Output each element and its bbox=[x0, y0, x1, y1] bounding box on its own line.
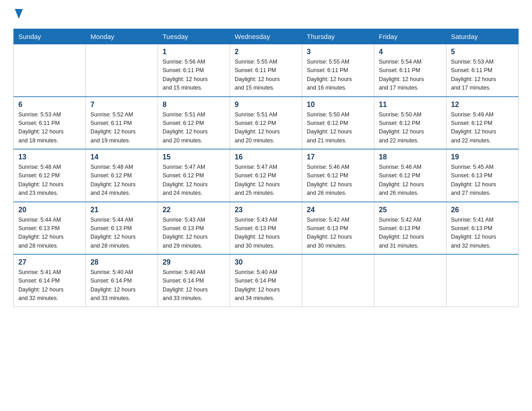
calendar-cell: 21Sunrise: 5:44 AM Sunset: 6:13 PM Dayli… bbox=[86, 202, 158, 255]
day-number: 7 bbox=[90, 101, 153, 109]
calendar-cell: 9Sunrise: 5:51 AM Sunset: 6:12 PM Daylig… bbox=[230, 97, 302, 150]
day-number: 27 bbox=[18, 258, 81, 266]
calendar-week-row: 13Sunrise: 5:48 AM Sunset: 6:12 PM Dayli… bbox=[14, 149, 519, 202]
day-info: Sunrise: 5:53 AM Sunset: 6:11 PM Dayligh… bbox=[451, 58, 514, 93]
day-info: Sunrise: 5:41 AM Sunset: 6:13 PM Dayligh… bbox=[451, 216, 514, 251]
logo-triangle-icon bbox=[15, 9, 23, 19]
calendar-cell: 17Sunrise: 5:46 AM Sunset: 6:12 PM Dayli… bbox=[302, 149, 374, 202]
calendar-table: SundayMondayTuesdayWednesdayThursdayFrid… bbox=[13, 29, 519, 307]
day-info: Sunrise: 5:54 AM Sunset: 6:11 PM Dayligh… bbox=[379, 58, 442, 93]
page-header bbox=[13, 9, 519, 20]
day-number: 21 bbox=[90, 206, 153, 214]
day-info: Sunrise: 5:42 AM Sunset: 6:13 PM Dayligh… bbox=[379, 216, 442, 251]
day-info: Sunrise: 5:50 AM Sunset: 6:12 PM Dayligh… bbox=[307, 111, 369, 146]
day-info: Sunrise: 5:41 AM Sunset: 6:14 PM Dayligh… bbox=[18, 268, 81, 303]
day-info: Sunrise: 5:55 AM Sunset: 6:11 PM Dayligh… bbox=[235, 58, 297, 93]
calendar-week-row: 6Sunrise: 5:53 AM Sunset: 6:11 PM Daylig… bbox=[14, 97, 519, 150]
calendar-cell: 18Sunrise: 5:46 AM Sunset: 6:12 PM Dayli… bbox=[374, 149, 446, 202]
day-number: 16 bbox=[235, 153, 297, 161]
day-number: 20 bbox=[18, 206, 81, 214]
day-info: Sunrise: 5:40 AM Sunset: 6:14 PM Dayligh… bbox=[235, 268, 297, 303]
day-info: Sunrise: 5:51 AM Sunset: 6:12 PM Dayligh… bbox=[235, 111, 297, 146]
day-info: Sunrise: 5:47 AM Sunset: 6:12 PM Dayligh… bbox=[163, 163, 225, 198]
calendar-cell: 26Sunrise: 5:41 AM Sunset: 6:13 PM Dayli… bbox=[446, 202, 519, 255]
day-number: 22 bbox=[163, 206, 225, 214]
calendar-week-row: 1Sunrise: 5:56 AM Sunset: 6:11 PM Daylig… bbox=[14, 44, 519, 97]
day-info: Sunrise: 5:45 AM Sunset: 6:13 PM Dayligh… bbox=[451, 163, 514, 198]
calendar-cell: 1Sunrise: 5:56 AM Sunset: 6:11 PM Daylig… bbox=[158, 44, 230, 97]
day-number: 29 bbox=[163, 258, 225, 266]
calendar-week-row: 20Sunrise: 5:44 AM Sunset: 6:13 PM Dayli… bbox=[14, 202, 519, 255]
calendar-day-header: Wednesday bbox=[230, 29, 302, 44]
day-info: Sunrise: 5:42 AM Sunset: 6:13 PM Dayligh… bbox=[307, 216, 369, 251]
day-number: 5 bbox=[451, 48, 514, 56]
calendar-cell: 19Sunrise: 5:45 AM Sunset: 6:13 PM Dayli… bbox=[446, 149, 519, 202]
day-info: Sunrise: 5:44 AM Sunset: 6:13 PM Dayligh… bbox=[90, 216, 153, 251]
calendar-cell: 2Sunrise: 5:55 AM Sunset: 6:11 PM Daylig… bbox=[230, 44, 302, 97]
calendar-cell: 27Sunrise: 5:41 AM Sunset: 6:14 PM Dayli… bbox=[14, 254, 86, 307]
day-info: Sunrise: 5:46 AM Sunset: 6:12 PM Dayligh… bbox=[307, 163, 369, 198]
day-number: 17 bbox=[307, 153, 369, 161]
calendar-cell: 23Sunrise: 5:43 AM Sunset: 6:13 PM Dayli… bbox=[230, 202, 302, 255]
day-number: 13 bbox=[18, 153, 81, 161]
day-number: 19 bbox=[451, 153, 514, 161]
day-number: 26 bbox=[451, 206, 514, 214]
calendar-day-header: Monday bbox=[86, 29, 158, 44]
day-info: Sunrise: 5:52 AM Sunset: 6:11 PM Dayligh… bbox=[90, 111, 153, 146]
calendar-cell: 15Sunrise: 5:47 AM Sunset: 6:12 PM Dayli… bbox=[158, 149, 230, 202]
day-info: Sunrise: 5:55 AM Sunset: 6:11 PM Dayligh… bbox=[307, 58, 369, 93]
day-info: Sunrise: 5:43 AM Sunset: 6:13 PM Dayligh… bbox=[163, 216, 225, 251]
calendar-cell: 20Sunrise: 5:44 AM Sunset: 6:13 PM Dayli… bbox=[14, 202, 86, 255]
day-number: 10 bbox=[307, 101, 369, 109]
day-number: 23 bbox=[235, 206, 297, 214]
day-info: Sunrise: 5:40 AM Sunset: 6:14 PM Dayligh… bbox=[163, 268, 225, 303]
day-info: Sunrise: 5:56 AM Sunset: 6:11 PM Dayligh… bbox=[163, 58, 225, 93]
day-number: 12 bbox=[451, 101, 514, 109]
svg-marker-0 bbox=[15, 9, 23, 19]
day-info: Sunrise: 5:46 AM Sunset: 6:12 PM Dayligh… bbox=[379, 163, 442, 198]
calendar-day-header: Saturday bbox=[446, 29, 519, 44]
calendar-cell: 30Sunrise: 5:40 AM Sunset: 6:14 PM Dayli… bbox=[230, 254, 302, 307]
calendar-week-row: 27Sunrise: 5:41 AM Sunset: 6:14 PM Dayli… bbox=[14, 254, 519, 307]
day-info: Sunrise: 5:47 AM Sunset: 6:12 PM Dayligh… bbox=[235, 163, 297, 198]
calendar-cell bbox=[302, 254, 374, 307]
day-info: Sunrise: 5:49 AM Sunset: 6:12 PM Dayligh… bbox=[451, 111, 514, 146]
calendar-day-header: Tuesday bbox=[158, 29, 230, 44]
day-info: Sunrise: 5:43 AM Sunset: 6:13 PM Dayligh… bbox=[235, 216, 297, 251]
calendar-cell bbox=[86, 44, 158, 97]
day-number: 8 bbox=[163, 101, 225, 109]
day-number: 1 bbox=[163, 48, 225, 56]
calendar-cell bbox=[446, 254, 519, 307]
calendar-day-header: Thursday bbox=[302, 29, 374, 44]
day-info: Sunrise: 5:50 AM Sunset: 6:12 PM Dayligh… bbox=[379, 111, 442, 146]
calendar-cell: 10Sunrise: 5:50 AM Sunset: 6:12 PM Dayli… bbox=[302, 97, 374, 150]
day-number: 28 bbox=[90, 258, 153, 266]
day-info: Sunrise: 5:44 AM Sunset: 6:13 PM Dayligh… bbox=[18, 216, 81, 251]
day-info: Sunrise: 5:48 AM Sunset: 6:12 PM Dayligh… bbox=[90, 163, 153, 198]
calendar-cell: 6Sunrise: 5:53 AM Sunset: 6:11 PM Daylig… bbox=[14, 97, 86, 150]
calendar-header-row: SundayMondayTuesdayWednesdayThursdayFrid… bbox=[14, 29, 519, 44]
calendar-cell bbox=[374, 254, 446, 307]
day-number: 3 bbox=[307, 48, 369, 56]
day-number: 9 bbox=[235, 101, 297, 109]
calendar-day-header: Friday bbox=[374, 29, 446, 44]
calendar-cell: 8Sunrise: 5:51 AM Sunset: 6:12 PM Daylig… bbox=[158, 97, 230, 150]
calendar-cell: 5Sunrise: 5:53 AM Sunset: 6:11 PM Daylig… bbox=[446, 44, 519, 97]
day-number: 11 bbox=[379, 101, 442, 109]
logo bbox=[13, 9, 23, 20]
calendar-cell bbox=[14, 44, 86, 97]
day-info: Sunrise: 5:48 AM Sunset: 6:12 PM Dayligh… bbox=[18, 163, 81, 198]
calendar-cell: 24Sunrise: 5:42 AM Sunset: 6:13 PM Dayli… bbox=[302, 202, 374, 255]
day-info: Sunrise: 5:40 AM Sunset: 6:14 PM Dayligh… bbox=[90, 268, 153, 303]
day-number: 15 bbox=[163, 153, 225, 161]
day-number: 30 bbox=[235, 258, 297, 266]
calendar-cell: 25Sunrise: 5:42 AM Sunset: 6:13 PM Dayli… bbox=[374, 202, 446, 255]
day-number: 14 bbox=[90, 153, 153, 161]
calendar-cell: 11Sunrise: 5:50 AM Sunset: 6:12 PM Dayli… bbox=[374, 97, 446, 150]
day-info: Sunrise: 5:53 AM Sunset: 6:11 PM Dayligh… bbox=[18, 111, 81, 146]
calendar-cell: 13Sunrise: 5:48 AM Sunset: 6:12 PM Dayli… bbox=[14, 149, 86, 202]
day-number: 24 bbox=[307, 206, 369, 214]
day-number: 18 bbox=[379, 153, 442, 161]
calendar-cell: 12Sunrise: 5:49 AM Sunset: 6:12 PM Dayli… bbox=[446, 97, 519, 150]
day-number: 6 bbox=[18, 101, 81, 109]
